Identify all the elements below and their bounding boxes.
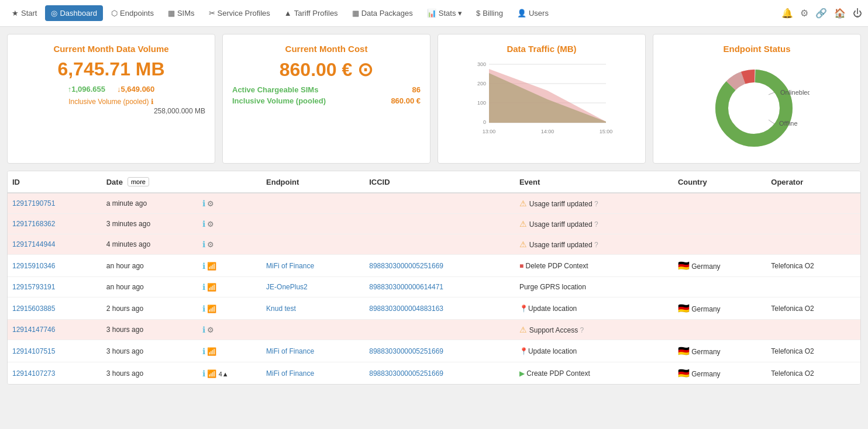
- traffic-chart-area: 300 200 100 0 13:00 14:00 15:00: [447, 58, 636, 154]
- gear-icon[interactable]: ⚙: [800, 8, 808, 19]
- table-header-row: ID Date more Endpoint ICCID Event Countr…: [8, 171, 860, 193]
- endpoint-link[interactable]: MiFi of Finance: [266, 369, 314, 378]
- cost-title: Current Month Cost: [232, 44, 421, 54]
- cell-operator: [766, 320, 860, 340]
- cell-date: 3 hours ago: [102, 320, 198, 340]
- svg-text:Offline: Offline: [779, 120, 798, 127]
- cell-date: a minute ago: [102, 193, 198, 214]
- question-icon[interactable]: ?: [594, 200, 598, 208]
- more-button[interactable]: more: [128, 177, 149, 186]
- cell-event: ▶ Create PDP Context: [515, 362, 673, 385]
- cell-icons: ℹ 📶: [198, 340, 261, 362]
- cell-endpoint: MiFi of Finance: [261, 340, 364, 362]
- gear-icon[interactable]: ⚙: [207, 326, 214, 334]
- donut-svg: Onlinebled Offline: [704, 58, 810, 152]
- main-content: Current Month Data Volume 6,745.71 MB ↑1…: [0, 27, 868, 392]
- cell-id: 12917190751: [8, 193, 102, 214]
- cell-icons: ℹ 📶: [198, 255, 261, 277]
- question-icon[interactable]: ?: [594, 220, 598, 229]
- cell-iccid: [364, 193, 515, 214]
- link-icon[interactable]: 🔗: [815, 8, 827, 19]
- table-row: 129141072733 hours agoℹ 📶 4▲MiFi of Fina…: [8, 362, 860, 385]
- nav-sims[interactable]: ▦ SIMs: [162, 5, 201, 21]
- home-icon[interactable]: 🏠: [834, 8, 846, 19]
- svg-text:300: 300: [477, 61, 486, 67]
- info-icon[interactable]: ℹ: [202, 325, 205, 334]
- info-icon[interactable]: ℹ: [202, 347, 205, 356]
- svg-text:200: 200: [477, 81, 486, 87]
- info-icon[interactable]: ℹ: [202, 219, 205, 229]
- info-icon[interactable]: ℹ: [202, 240, 205, 249]
- endpoint-link[interactable]: MiFi of Finance: [266, 347, 314, 355]
- bell-icon[interactable]: 🔔: [781, 8, 793, 19]
- cell-iccid: 8988303000000614471: [364, 277, 515, 297]
- gear-icon[interactable]: ⚙: [207, 220, 214, 229]
- iccid-link[interactable]: 8988303000004883163: [369, 305, 443, 313]
- nav-billing[interactable]: $ Billing: [470, 5, 509, 21]
- flag-icon: 🇩🇪: [678, 346, 690, 356]
- cell-icons: ℹ ⚙: [198, 214, 261, 234]
- nav-data-packages[interactable]: ▦ Data Packages: [346, 5, 419, 21]
- endpoint-link[interactable]: MiFi of Finance: [266, 262, 314, 270]
- cell-endpoint: [261, 234, 364, 255]
- stop-icon: ■: [519, 262, 526, 270]
- signal-icon[interactable]: 📶: [207, 369, 216, 378]
- table-row: 129141477463 hours agoℹ ⚙⚠ Support Acces…: [8, 320, 860, 340]
- event-text: Delete PDP Context: [525, 262, 588, 270]
- signal-icon[interactable]: 📶: [207, 305, 216, 313]
- nav-tariff-profiles[interactable]: ▲ Tariff Profiles: [278, 5, 344, 21]
- event-text: Support Access: [529, 326, 578, 334]
- cost-val-0: 86: [412, 85, 421, 94]
- th-operator: Operator: [766, 171, 860, 193]
- cell-event: ⚠ Usage tariff updated ?: [515, 214, 673, 234]
- endpoint-link[interactable]: Knud test: [266, 305, 296, 313]
- event-text: Usage tariff updated: [529, 220, 593, 229]
- country-name: Germany: [691, 348, 720, 356]
- cell-id: 12914147746: [8, 320, 102, 340]
- nav-stats[interactable]: 📊 Stats ▾: [421, 5, 468, 21]
- info-icon[interactable]: ℹ: [202, 282, 205, 292]
- cell-endpoint: [261, 320, 364, 340]
- cost-label-0: Active Chargeable SIMs: [232, 85, 318, 94]
- cell-country: [673, 234, 766, 255]
- cell-endpoint: [261, 193, 364, 214]
- stats-icon: 📊: [427, 9, 436, 18]
- iccid-link[interactable]: 8988303000005251669: [369, 347, 443, 355]
- cost-val-1: 860.00 €: [391, 96, 421, 105]
- info-icon[interactable]: ℹ: [202, 369, 205, 378]
- signal-icon[interactable]: 📶: [207, 283, 216, 292]
- power-icon[interactable]: ⏻: [853, 8, 862, 19]
- nav-users[interactable]: 👤 Users: [511, 5, 554, 21]
- question-icon[interactable]: ?: [580, 326, 584, 334]
- question-icon[interactable]: ?: [594, 241, 598, 249]
- signal-icon[interactable]: 📶: [207, 347, 216, 356]
- cards-row: Current Month Data Volume 6,745.71 MB ↑1…: [7, 34, 861, 164]
- nav-endpoints[interactable]: ⬡ Endpoints: [105, 5, 160, 21]
- data-volume-up: ↑1,096.655: [68, 85, 105, 94]
- info-icon[interactable]: ℹ: [202, 199, 205, 208]
- cell-country: 🇩🇪 Germany: [673, 297, 766, 320]
- signal-icon[interactable]: 📶: [207, 262, 216, 271]
- svg-text:15:00: 15:00: [600, 129, 613, 134]
- iccid-link[interactable]: 8988303000005251669: [369, 369, 443, 378]
- nav-dashboard[interactable]: ◎ Dashboard: [45, 5, 103, 21]
- th-event: Event: [515, 171, 673, 193]
- iccid-link[interactable]: 8988303000005251669: [369, 262, 443, 270]
- cost-label-1: Inclusive Volume (pooled): [232, 96, 326, 105]
- cost-card: Current Month Cost 860.00 € ⊙ Active Cha…: [222, 34, 430, 164]
- cell-event: Purge GPRS location: [515, 277, 673, 297]
- event-text: Usage tariff updated: [529, 241, 593, 249]
- cell-icons: ℹ 📶 4▲: [198, 362, 261, 385]
- nav-service-profiles[interactable]: ✂ Service Profiles: [203, 5, 276, 21]
- gear-icon[interactable]: ⚙: [207, 240, 214, 249]
- cell-event: ■ Delete PDP Context: [515, 255, 673, 277]
- info-icon[interactable]: ℹ: [202, 304, 205, 313]
- nav-start[interactable]: ★ Start: [6, 5, 43, 21]
- cell-endpoint: JE-OnePlus2: [261, 277, 364, 297]
- gear-icon[interactable]: ⚙: [207, 199, 214, 208]
- endpoint-link[interactable]: JE-OnePlus2: [266, 283, 308, 291]
- iccid-link[interactable]: 8988303000000614471: [369, 283, 443, 291]
- cell-endpoint: [261, 214, 364, 234]
- data-volume-title: Current Month Data Volume: [17, 44, 205, 54]
- info-icon[interactable]: ℹ: [202, 261, 205, 271]
